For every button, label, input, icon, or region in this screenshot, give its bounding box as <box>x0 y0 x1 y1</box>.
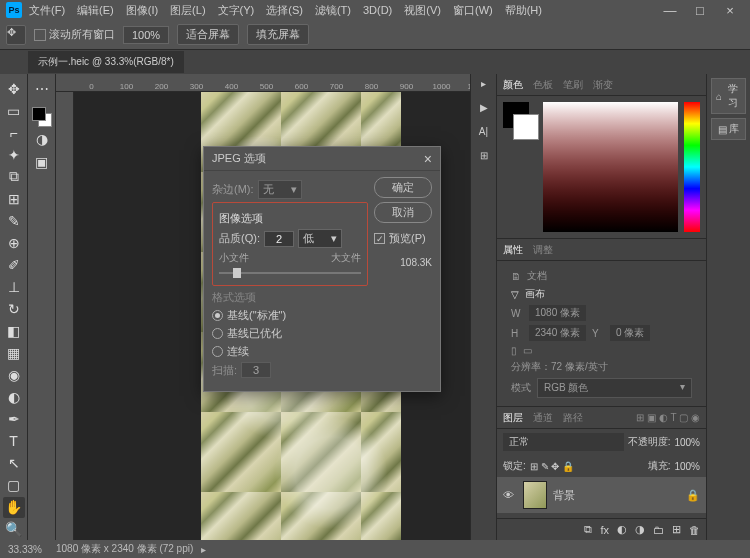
color-swatches[interactable] <box>32 107 52 127</box>
opacity-field[interactable]: 100% <box>674 437 700 448</box>
mode-dropdown[interactable]: RGB 颜色▾ <box>537 378 692 398</box>
home-icon: ⌂ <box>716 91 722 102</box>
quickmask-icon[interactable]: ◑ <box>31 128 53 150</box>
link-layers-icon[interactable]: ⧉ <box>584 523 592 536</box>
tab-gradients[interactable]: 渐变 <box>593 78 613 92</box>
dock-char-icon[interactable]: A| <box>474 126 494 142</box>
fill-field[interactable]: 100% <box>674 461 700 472</box>
width-field[interactable]: 1080 像素 <box>529 305 586 321</box>
stamp-tool[interactable]: ⊥ <box>3 276 25 297</box>
lock-icons[interactable]: ⊞ ✎ ✥ 🔒 <box>530 461 574 472</box>
history-brush-tool[interactable]: ↻ <box>3 298 25 319</box>
window-minimize[interactable]: — <box>656 3 684 18</box>
status-zoom[interactable]: 33.33% <box>8 544 48 555</box>
filesize-label: 108.3K <box>374 257 432 268</box>
preview-checkbox[interactable]: 预览(P) <box>374 231 432 246</box>
tab-channels[interactable]: 通道 <box>533 411 553 425</box>
learn-button[interactable]: ⌂学习 <box>711 78 746 114</box>
color-field[interactable] <box>543 102 678 232</box>
menu-edit[interactable]: 编辑(E) <box>72 1 119 20</box>
window-close[interactable]: × <box>716 3 744 18</box>
dodge-tool[interactable]: ◐ <box>3 387 25 408</box>
zoom-field[interactable]: 100% <box>123 26 169 44</box>
group-icon[interactable]: 🗀 <box>653 524 664 536</box>
toolbox: ✥ ▭ ⌐ ✦ ⧉ ⊞ ✎ ⊕ ✐ ⊥ ↻ ◧ ▦ ◉ ◐ ✒ T ↖ ▢ ✋ … <box>0 74 28 540</box>
layer-filter-icons[interactable]: ⊞ ▣ ◐ T ▢ ◉ <box>636 412 700 423</box>
tab-adjustments[interactable]: 调整 <box>533 243 553 257</box>
radio-optimized[interactable]: 基线已优化 <box>212 326 368 341</box>
scroll-all-windows-checkbox[interactable]: 滚动所有窗口 <box>34 27 115 42</box>
orient-landscape-icon[interactable]: ▭ <box>523 345 532 356</box>
tab-layers[interactable]: 图层 <box>503 411 523 425</box>
adjustment-icon[interactable]: ◑ <box>635 523 645 536</box>
tab-brushes[interactable]: 笔刷 <box>563 78 583 92</box>
menu-image[interactable]: 图像(I) <box>121 1 163 20</box>
cancel-button[interactable]: 取消 <box>374 202 432 223</box>
status-chevron-icon[interactable]: ▸ <box>201 544 206 555</box>
new-layer-icon[interactable]: ⊞ <box>672 523 681 536</box>
menu-type[interactable]: 文字(Y) <box>213 1 260 20</box>
delete-icon[interactable]: 🗑 <box>689 524 700 536</box>
healing-tool[interactable]: ⊕ <box>3 232 25 253</box>
quality-preset-dropdown[interactable]: 低▾ <box>298 229 342 248</box>
edit-toolbar-icon[interactable]: ⋯ <box>31 78 53 100</box>
window-maximize[interactable]: □ <box>686 3 714 18</box>
menu-select[interactable]: 选择(S) <box>261 1 308 20</box>
radio-baseline[interactable]: 基线("标准") <box>212 308 368 323</box>
type-tool[interactable]: T <box>3 431 25 452</box>
tab-paths[interactable]: 路径 <box>563 411 583 425</box>
gradient-tool[interactable]: ▦ <box>3 343 25 364</box>
dock-para-icon[interactable]: ⊞ <box>474 150 494 166</box>
eraser-tool[interactable]: ◧ <box>3 321 25 342</box>
color-picker[interactable] <box>503 102 700 232</box>
tab-properties[interactable]: 属性 <box>503 243 523 257</box>
visibility-icon[interactable]: 👁 <box>503 489 517 501</box>
screenmode-icon[interactable]: ▣ <box>31 151 53 173</box>
blend-mode-dropdown[interactable]: 正常 <box>503 433 624 451</box>
menu-window[interactable]: 窗口(W) <box>448 1 498 20</box>
document-tab[interactable]: 示例一.heic @ 33.3%(RGB/8*) <box>28 51 184 73</box>
orient-portrait-icon[interactable]: ▯ <box>511 345 517 356</box>
pen-tool[interactable]: ✒ <box>3 409 25 430</box>
path-tool[interactable]: ↖ <box>3 453 25 474</box>
eyedropper-tool[interactable]: ✎ <box>3 210 25 231</box>
layer-row-background[interactable]: 👁 背景 🔒 <box>497 477 706 513</box>
quality-slider[interactable] <box>219 267 361 279</box>
fx-icon[interactable]: fx <box>600 524 609 536</box>
radio-progressive[interactable]: 连续 <box>212 344 368 359</box>
mask-icon[interactable]: ◐ <box>617 523 627 536</box>
magic-wand-tool[interactable]: ✦ <box>3 144 25 165</box>
fit-screen-button[interactable]: 适合屏幕 <box>177 24 239 45</box>
menu-file[interactable]: 文件(F) <box>24 1 70 20</box>
lasso-tool[interactable]: ⌐ <box>3 122 25 143</box>
hand-tool[interactable]: ✋ <box>3 497 25 518</box>
menu-help[interactable]: 帮助(H) <box>500 1 547 20</box>
dock-expand-icon[interactable]: ▸ <box>474 78 494 94</box>
foreground-color[interactable] <box>32 107 46 121</box>
library-button[interactable]: ▤库 <box>711 118 746 140</box>
menu-layer[interactable]: 图层(L) <box>165 1 210 20</box>
blur-tool[interactable]: ◉ <box>3 365 25 386</box>
fill-screen-button[interactable]: 填充屏幕 <box>247 24 309 45</box>
bg-swatch[interactable] <box>513 114 539 140</box>
menu-view[interactable]: 视图(V) <box>399 1 446 20</box>
y-field[interactable]: 0 像素 <box>610 325 650 341</box>
menu-filter[interactable]: 滤镜(T) <box>310 1 356 20</box>
close-icon[interactable]: × <box>424 151 432 167</box>
quality-input[interactable] <box>264 231 294 247</box>
shape-tool[interactable]: ▢ <box>3 475 25 496</box>
zoom-tool[interactable]: 🔍 <box>3 519 25 540</box>
marquee-tool[interactable]: ▭ <box>3 100 25 121</box>
move-tool[interactable]: ✥ <box>3 78 25 99</box>
hand-tool-icon[interactable]: ✥ <box>6 25 26 45</box>
dock-play-icon[interactable]: ▶ <box>474 102 494 118</box>
hue-slider[interactable] <box>684 102 700 232</box>
tab-color[interactable]: 颜色 <box>503 78 523 92</box>
menu-3d[interactable]: 3D(D) <box>358 2 397 18</box>
frame-tool[interactable]: ⊞ <box>3 188 25 209</box>
height-field[interactable]: 2340 像素 <box>529 325 586 341</box>
crop-tool[interactable]: ⧉ <box>3 166 25 187</box>
tab-swatches[interactable]: 色板 <box>533 78 553 92</box>
ok-button[interactable]: 确定 <box>374 177 432 198</box>
brush-tool[interactable]: ✐ <box>3 254 25 275</box>
